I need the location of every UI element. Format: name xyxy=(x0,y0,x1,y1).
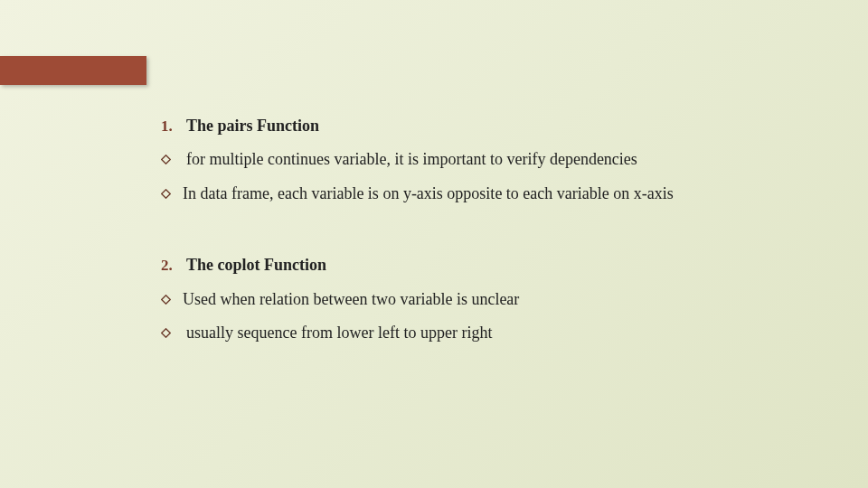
section-number: 1. xyxy=(161,117,183,136)
bullet-text: Used when relation between two variable … xyxy=(183,289,519,310)
bullet-text: In data frame, each variable is on y-axi… xyxy=(183,183,674,204)
section-spacing xyxy=(161,217,832,255)
section-heading: 2. The coplot Function xyxy=(161,255,832,276)
diamond-icon xyxy=(161,155,183,164)
accent-bar xyxy=(0,56,146,85)
slide-content: 1. The pairs Function for multiple conti… xyxy=(161,116,832,356)
bullet-item: for multiple continues variable, it is i… xyxy=(161,149,832,170)
svg-marker-2 xyxy=(162,295,171,304)
section-heading: 1. The pairs Function xyxy=(161,116,832,136)
diamond-icon xyxy=(161,189,183,199)
bullet-item: usually sequence from lower left to uppe… xyxy=(161,323,832,343)
bullet-item: In data frame, each variable is on y-axi… xyxy=(161,183,832,204)
diamond-icon xyxy=(161,295,183,305)
bullet-text: usually sequence from lower left to uppe… xyxy=(183,323,492,343)
section-title: The pairs Function xyxy=(183,116,319,136)
svg-marker-0 xyxy=(162,155,171,164)
svg-marker-1 xyxy=(162,190,171,199)
bullet-item: Used when relation between two variable … xyxy=(161,289,832,310)
bullet-text: for multiple continues variable, it is i… xyxy=(183,149,637,170)
section-number: 2. xyxy=(161,256,183,276)
svg-marker-3 xyxy=(162,329,171,338)
diamond-icon xyxy=(161,328,183,338)
section-title: The coplot Function xyxy=(183,255,326,276)
